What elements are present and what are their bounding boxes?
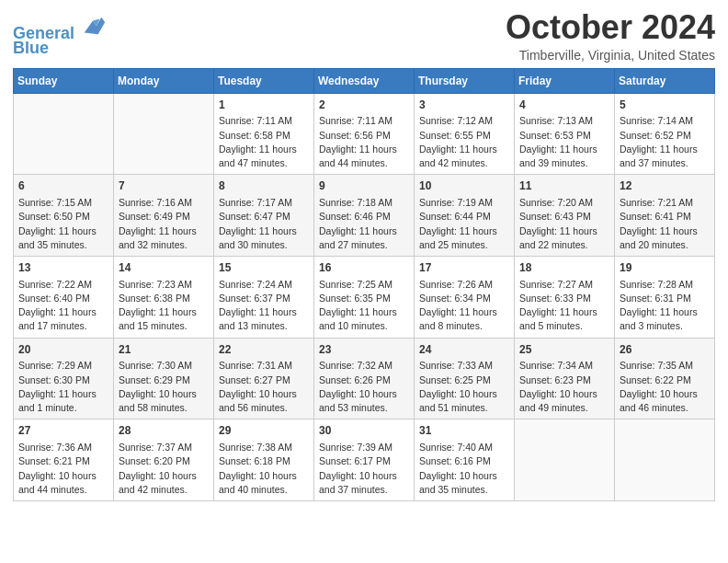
calendar-cell (14, 93, 114, 175)
calendar-cell: 9Sunrise: 7:18 AM Sunset: 6:46 PM Daylig… (314, 175, 415, 257)
day-info: Sunrise: 7:19 AM Sunset: 6:44 PM Dayligh… (419, 196, 509, 252)
calendar-cell: 23Sunrise: 7:32 AM Sunset: 6:26 PM Dayli… (314, 338, 415, 419)
calendar-cell: 19Sunrise: 7:28 AM Sunset: 6:31 PM Dayli… (615, 256, 715, 338)
calendar-cell: 11Sunrise: 7:20 AM Sunset: 6:43 PM Dayli… (515, 175, 615, 257)
calendar-cell (615, 419, 715, 501)
calendar-cell: 5Sunrise: 7:14 AM Sunset: 6:52 PM Daylig… (615, 93, 715, 175)
day-number: 18 (519, 260, 609, 276)
logo-bird-icon (81, 13, 107, 39)
calendar-cell (114, 93, 214, 175)
day-number: 8 (219, 178, 309, 194)
calendar-cell: 26Sunrise: 7:35 AM Sunset: 6:22 PM Dayli… (615, 338, 715, 419)
calendar-week-5: 27Sunrise: 7:36 AM Sunset: 6:21 PM Dayli… (14, 419, 715, 501)
day-number: 6 (18, 178, 108, 194)
weekday-header-tuesday: Tuesday (214, 68, 314, 93)
day-number: 28 (119, 423, 209, 439)
calendar-cell: 12Sunrise: 7:21 AM Sunset: 6:41 PM Dayli… (615, 175, 715, 257)
day-number: 26 (620, 342, 710, 358)
day-info: Sunrise: 7:26 AM Sunset: 6:34 PM Dayligh… (419, 278, 509, 334)
calendar-week-4: 20Sunrise: 7:29 AM Sunset: 6:30 PM Dayli… (14, 338, 715, 419)
day-number: 5 (620, 98, 710, 113)
day-info: Sunrise: 7:21 AM Sunset: 6:41 PM Dayligh… (620, 196, 710, 252)
day-info: Sunrise: 7:18 AM Sunset: 6:46 PM Dayligh… (319, 196, 409, 252)
day-info: Sunrise: 7:29 AM Sunset: 6:30 PM Dayligh… (18, 359, 108, 415)
calendar-header: SundayMondayTuesdayWednesdayThursdayFrid… (14, 68, 715, 93)
svg-marker-0 (85, 17, 105, 35)
day-info: Sunrise: 7:13 AM Sunset: 6:53 PM Dayligh… (519, 114, 609, 170)
calendar-cell: 21Sunrise: 7:30 AM Sunset: 6:29 PM Dayli… (114, 338, 214, 419)
subtitle: Timberville, Virginia, United States (506, 48, 715, 63)
day-number: 17 (419, 260, 509, 276)
day-info: Sunrise: 7:40 AM Sunset: 6:16 PM Dayligh… (419, 441, 509, 497)
day-number: 20 (18, 342, 108, 358)
weekday-header-thursday: Thursday (415, 68, 515, 93)
weekday-header-row: SundayMondayTuesdayWednesdayThursdayFrid… (14, 68, 715, 93)
day-number: 16 (319, 260, 409, 276)
calendar-cell: 17Sunrise: 7:26 AM Sunset: 6:34 PM Dayli… (415, 256, 515, 338)
calendar-table: SundayMondayTuesdayWednesdayThursdayFrid… (13, 68, 715, 501)
day-info: Sunrise: 7:32 AM Sunset: 6:26 PM Dayligh… (319, 359, 409, 415)
day-number: 31 (419, 423, 509, 439)
header: General Blue October 2024 Timberville, V… (13, 9, 715, 63)
day-info: Sunrise: 7:37 AM Sunset: 6:20 PM Dayligh… (119, 441, 209, 497)
title-block: October 2024 Timberville, Virginia, Unit… (506, 9, 715, 63)
calendar-body: 1Sunrise: 7:11 AM Sunset: 6:58 PM Daylig… (14, 93, 715, 500)
day-info: Sunrise: 7:36 AM Sunset: 6:21 PM Dayligh… (18, 441, 108, 497)
day-number: 22 (219, 342, 309, 358)
calendar-cell: 25Sunrise: 7:34 AM Sunset: 6:23 PM Dayli… (515, 338, 615, 419)
calendar-cell: 2Sunrise: 7:11 AM Sunset: 6:56 PM Daylig… (314, 93, 415, 175)
calendar-cell: 6Sunrise: 7:15 AM Sunset: 6:50 PM Daylig… (14, 175, 114, 257)
calendar-cell: 7Sunrise: 7:16 AM Sunset: 6:49 PM Daylig… (114, 175, 214, 257)
day-number: 24 (419, 342, 509, 358)
day-info: Sunrise: 7:24 AM Sunset: 6:37 PM Dayligh… (219, 278, 309, 334)
weekday-header-monday: Monday (114, 68, 214, 93)
day-info: Sunrise: 7:38 AM Sunset: 6:18 PM Dayligh… (219, 441, 309, 497)
calendar-cell: 15Sunrise: 7:24 AM Sunset: 6:37 PM Dayli… (214, 256, 314, 338)
day-info: Sunrise: 7:28 AM Sunset: 6:31 PM Dayligh… (620, 278, 710, 334)
day-info: Sunrise: 7:35 AM Sunset: 6:22 PM Dayligh… (620, 359, 710, 415)
calendar-cell: 4Sunrise: 7:13 AM Sunset: 6:53 PM Daylig… (515, 93, 615, 175)
calendar-cell: 20Sunrise: 7:29 AM Sunset: 6:30 PM Dayli… (14, 338, 114, 419)
calendar-cell: 18Sunrise: 7:27 AM Sunset: 6:33 PM Dayli… (515, 256, 615, 338)
day-number: 1 (219, 98, 309, 113)
calendar-week-2: 6Sunrise: 7:15 AM Sunset: 6:50 PM Daylig… (14, 175, 715, 257)
day-info: Sunrise: 7:25 AM Sunset: 6:35 PM Dayligh… (319, 278, 409, 334)
day-number: 4 (519, 98, 609, 113)
calendar-cell: 28Sunrise: 7:37 AM Sunset: 6:20 PM Dayli… (114, 419, 214, 501)
calendar-cell: 14Sunrise: 7:23 AM Sunset: 6:38 PM Dayli… (114, 256, 214, 338)
calendar-cell: 24Sunrise: 7:33 AM Sunset: 6:25 PM Dayli… (415, 338, 515, 419)
calendar-cell: 30Sunrise: 7:39 AM Sunset: 6:17 PM Dayli… (314, 419, 415, 501)
calendar-week-3: 13Sunrise: 7:22 AM Sunset: 6:40 PM Dayli… (14, 256, 715, 338)
day-number: 7 (119, 178, 209, 194)
calendar-cell: 29Sunrise: 7:38 AM Sunset: 6:18 PM Dayli… (214, 419, 314, 501)
weekday-header-sunday: Sunday (14, 68, 114, 93)
day-number: 23 (319, 342, 409, 358)
weekday-header-saturday: Saturday (615, 68, 715, 93)
day-info: Sunrise: 7:12 AM Sunset: 6:55 PM Dayligh… (419, 114, 509, 170)
day-info: Sunrise: 7:27 AM Sunset: 6:33 PM Dayligh… (519, 278, 609, 334)
weekday-header-friday: Friday (515, 68, 615, 93)
calendar-cell: 1Sunrise: 7:11 AM Sunset: 6:58 PM Daylig… (214, 93, 314, 175)
day-number: 21 (119, 342, 209, 358)
calendar-cell (515, 419, 615, 501)
day-info: Sunrise: 7:15 AM Sunset: 6:50 PM Dayligh… (18, 196, 108, 252)
day-number: 14 (119, 260, 209, 276)
calendar-week-1: 1Sunrise: 7:11 AM Sunset: 6:58 PM Daylig… (14, 93, 715, 175)
calendar-cell: 3Sunrise: 7:12 AM Sunset: 6:55 PM Daylig… (415, 93, 515, 175)
day-info: Sunrise: 7:22 AM Sunset: 6:40 PM Dayligh… (18, 278, 108, 334)
day-info: Sunrise: 7:39 AM Sunset: 6:17 PM Dayligh… (319, 441, 409, 497)
day-number: 9 (319, 178, 409, 194)
main-title: October 2024 (506, 9, 715, 46)
day-info: Sunrise: 7:14 AM Sunset: 6:52 PM Dayligh… (620, 114, 710, 170)
calendar-cell: 27Sunrise: 7:36 AM Sunset: 6:21 PM Dayli… (14, 419, 114, 501)
day-number: 27 (18, 423, 108, 439)
calendar-cell: 22Sunrise: 7:31 AM Sunset: 6:27 PM Dayli… (214, 338, 314, 419)
day-number: 11 (519, 178, 609, 194)
day-number: 10 (419, 178, 509, 194)
logo: General Blue (13, 13, 107, 58)
day-info: Sunrise: 7:20 AM Sunset: 6:43 PM Dayligh… (519, 196, 609, 252)
day-number: 25 (519, 342, 609, 358)
day-number: 13 (18, 260, 108, 276)
calendar-cell: 10Sunrise: 7:19 AM Sunset: 6:44 PM Dayli… (415, 175, 515, 257)
day-info: Sunrise: 7:17 AM Sunset: 6:47 PM Dayligh… (219, 196, 309, 252)
